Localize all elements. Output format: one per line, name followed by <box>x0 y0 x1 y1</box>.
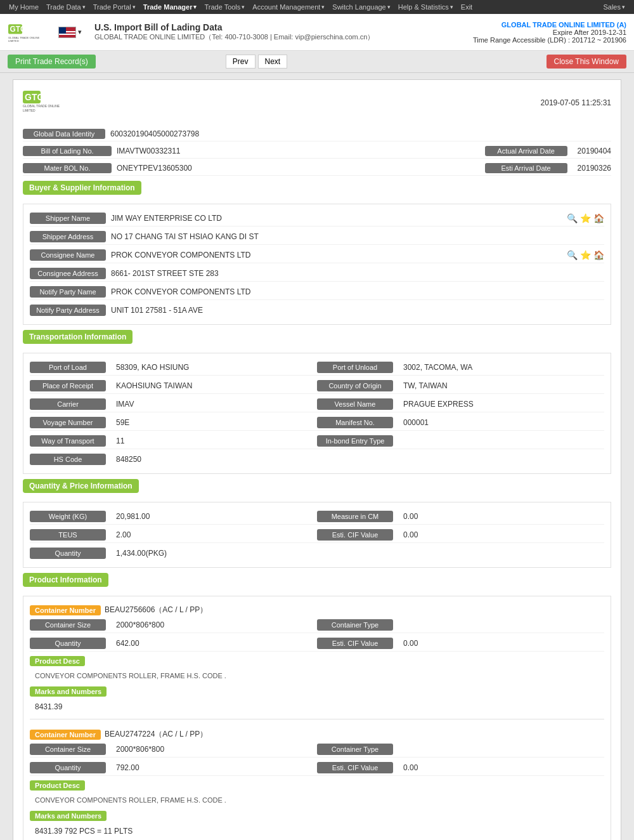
qty-label-1: Quantity <box>30 638 106 649</box>
container-type-label-2: Container Type <box>317 744 393 755</box>
carrier-value: IMAV <box>116 400 134 409</box>
container-number-value-1: BEAU2756606（AC / L / PP） <box>105 605 207 615</box>
hs-code-label: HS Code <box>30 454 106 465</box>
nav-exit[interactable]: Exit <box>457 0 476 14</box>
esti-cif-value: 0.00 <box>403 530 418 539</box>
container-size-value-2: 2000*806*800 <box>116 745 164 754</box>
quantity-price-header: Quantity & Price Information <box>23 479 139 493</box>
home-icon[interactable]: 🏠 <box>593 213 604 223</box>
expire-info: Expire After 2019-12-31 <box>473 29 626 36</box>
bol-value: IMAVTW00332311 <box>117 147 485 155</box>
transportation-section: Port of Load 58309, KAO HSIUNG Port of U… <box>23 353 611 474</box>
master-bol-label: Mater BOL No. <box>23 163 112 173</box>
nav-trade-manager[interactable]: Trade Manager ▾ <box>139 0 201 14</box>
page-title-area: U.S. Import Bill of Lading Data GLOBAL T… <box>88 22 473 42</box>
consignee-name-value: PROK CONVEYOR COMPONENTS LTD <box>111 251 567 259</box>
voyage-number-value: 59E <box>116 418 129 427</box>
print-button-top[interactable]: Print Trade Record(s) <box>8 55 96 69</box>
esti-cif-value-1: 0.00 <box>403 639 418 648</box>
nav-trade-portal[interactable]: Trade Portal ▾ <box>89 0 139 14</box>
container-1: Container Number BEAU2756606（AC / L / PP… <box>30 603 604 719</box>
global-data-id-value: 600320190405000273798 <box>110 129 199 138</box>
esti-arrival-value: 20190326 <box>578 164 611 173</box>
top-navigation: My Home Trade Data ▾ Trade Portal ▾ Trad… <box>0 0 634 14</box>
actual-arrival-label: Actual Arrival Date <box>485 146 567 156</box>
nav-switch-language[interactable]: Switch Language ▾ <box>328 0 394 14</box>
card-logo: GTC GLOBAL TRADE ONLINE LIMITED <box>23 89 80 115</box>
place-of-receipt-value: KAOHSIUNG TAIWAN <box>116 381 192 390</box>
nav-sales[interactable]: Sales ▾ <box>599 0 629 14</box>
nav-my-home[interactable]: My Home <box>5 0 42 14</box>
consignee-name-label: Consignee Name <box>30 249 106 261</box>
weight-value: 20,981.00 <box>116 512 150 521</box>
svg-text:GLOBAL TRADE ONLINE: GLOBAL TRADE ONLINE <box>8 36 40 39</box>
country-of-origin-label: Country of Origin <box>317 380 393 391</box>
time-range-info: Time Range Accessible (LDR) : 201712 ~ 2… <box>473 36 626 44</box>
container-size-label-2: Container Size <box>30 744 106 755</box>
svg-text:LIMITED: LIMITED <box>8 39 19 43</box>
notify-party-name-label: Notify Party Name <box>30 286 106 298</box>
nav-help-statistics[interactable]: Help & Statistics ▾ <box>394 0 457 14</box>
svg-text:GTC: GTC <box>25 92 44 102</box>
teus-label: TEUS <box>30 529 106 541</box>
way-of-transport-value: 11 <box>116 436 124 445</box>
next-button-top[interactable]: Next <box>258 55 288 69</box>
page-header: GTC GLOBAL TRADE ONLINE LIMITED ▾ U.S. I… <box>0 14 634 51</box>
top-toolbar: Print Trade Record(s) Prev Next Close Th… <box>0 51 634 73</box>
nav-trade-data[interactable]: Trade Data ▾ <box>42 0 89 14</box>
container-type-label-1: Container Type <box>317 619 393 631</box>
carrier-label: Carrier <box>30 398 106 410</box>
esti-cif-value-2: 0.00 <box>403 763 418 772</box>
card-header: GTC GLOBAL TRADE ONLINE LIMITED 2019-07-… <box>23 89 611 121</box>
teus-value: 2.00 <box>116 530 131 539</box>
country-of-origin-value: TW, TAIWAN <box>403 381 448 390</box>
buyer-supplier-header: Buyer & Supplier Information <box>23 181 141 195</box>
product-desc-badge-2: Product Desc <box>30 780 85 791</box>
prev-button-top[interactable]: Prev <box>226 55 256 69</box>
search-consignee-icon[interactable]: 🔍 <box>567 250 578 260</box>
flag-icon[interactable]: ▾ <box>58 27 82 38</box>
nav-trade-tools[interactable]: Trade Tools ▾ <box>200 0 249 14</box>
bol-label: Bill of Lading No. <box>23 146 112 156</box>
shipper-name-label: Shipper Name <box>30 213 106 224</box>
close-button-top[interactable]: Close This Window <box>547 55 626 69</box>
transportation-header: Transportation Information <box>23 330 133 344</box>
nav-account-management[interactable]: Account Management ▾ <box>249 0 328 14</box>
marks-value-1: 8431.39 <box>30 700 604 714</box>
company-name: GLOBAL TRADE ONLINE LIMITED (A) <box>473 21 626 29</box>
product-desc-badge-1: Product Desc <box>30 656 85 666</box>
home-consignee-icon[interactable]: 🏠 <box>593 250 604 260</box>
page-title: U.S. Import Bill of Lading Data <box>94 22 473 32</box>
language-selector[interactable]: ▾ <box>78 28 82 36</box>
quantity-label: Quantity <box>30 548 106 559</box>
container-number-badge-2: Container Number <box>30 730 101 740</box>
port-of-load-label: Port of Load <box>30 362 106 373</box>
qty-value-2: 792.00 <box>116 763 139 772</box>
inbond-entry-label: In-bond Entry Type <box>317 435 393 447</box>
star-consignee-icon[interactable]: ⭐ <box>580 250 591 260</box>
main-content: GTC GLOBAL TRADE ONLINE LIMITED 2019-07-… <box>0 73 634 840</box>
product-info-header: Product Information <box>23 573 108 587</box>
port-of-unload-value: 3002, TACOMA, WA <box>403 363 472 372</box>
svg-text:GLOBAL TRADE ONLINE: GLOBAL TRADE ONLINE <box>23 104 60 108</box>
hs-code-value: 848250 <box>116 455 141 464</box>
port-of-unload-label: Port of Unload <box>317 362 393 373</box>
voyage-number-label: Voyage Number <box>30 417 106 428</box>
weight-label: Weight (KG) <box>30 511 106 522</box>
product-desc-value-2: CONVEYOR COMPONENTS ROLLER, FRAME H.S. C… <box>30 794 604 806</box>
esti-cif-label-1: Esti. CIF Value <box>317 638 393 649</box>
vessel-name-label: Vessel Name <box>317 398 393 410</box>
quantity-value: 1,434.00(PKG) <box>116 549 167 558</box>
star-icon[interactable]: ⭐ <box>580 213 591 223</box>
vessel-name-value: PRAGUE EXPRESS <box>403 400 474 409</box>
place-of-receipt-label: Place of Receipt <box>30 380 106 391</box>
master-bol-value: ONEYTPEV13605300 <box>117 164 485 173</box>
actual-arrival-value: 20190404 <box>578 147 611 155</box>
esti-cif-label-2: Esti. CIF Value <box>317 762 393 773</box>
container-2: Container Number BEAU2747224（AC / L / PP… <box>30 727 604 838</box>
product-desc-value-1: CONVEYOR COMPONENTS ROLLER, FRAME H.S. C… <box>30 669 604 682</box>
search-icon[interactable]: 🔍 <box>567 213 578 223</box>
container-number-badge-1: Container Number <box>30 605 101 615</box>
port-of-load-value: 58309, KAO HSIUNG <box>116 363 189 372</box>
way-of-transport-label: Way of Transport <box>30 435 106 447</box>
